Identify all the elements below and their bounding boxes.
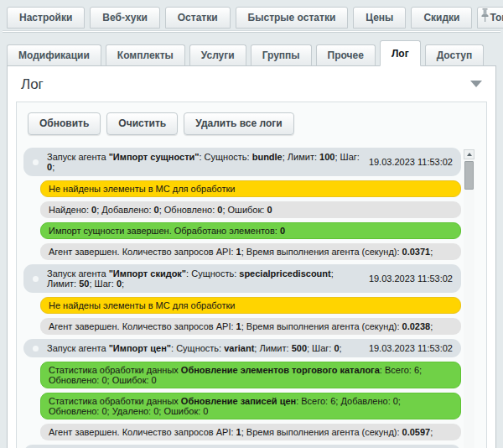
log-row: Запуск агента "Импорт цен": Сущность: va… [23,339,461,357]
log-row: Импорт сущности завершен. Обработано эле… [40,222,461,239]
chevron-up-icon [467,153,472,156]
log-message: Не найдены элементы в МС для обработки [49,184,235,194]
log-row: Агент завершен. Количество запросов API:… [40,424,461,440]
log-row: Не найдены элементы в МС для обработки [40,180,461,197]
section-header: Лог [8,66,495,102]
log-rows: Запуск агента "Импорт сущности": Сущност… [23,148,461,448]
content-panel: Лог ОбновитьОчиститьУдалить все логи Зап… [7,65,496,448]
log-row: Статистика обработки данных Обновление з… [40,393,461,419]
log-message: Статистика обработки данных Обновление з… [49,396,401,416]
log-message: Агент завершен. Количество запросов API:… [49,427,433,437]
log-list: Запуск агента "Импорт сущности": Сущност… [23,148,480,448]
log-timestamp: 19.03.2023 11:53:02 [369,343,453,353]
primary-tab-4[interactable]: Быстрые остатки [236,7,349,29]
secondary-tab-7[interactable]: Доступ [425,44,485,66]
delete-all-logs-button[interactable]: Удалить все логи [184,112,294,135]
log-timestamp: 19.03.2023 11:53:02 [369,273,453,284]
log-row: Запуск агента "Импорт цен": Сущность: pr… [23,445,461,448]
primary-tab-6[interactable]: Скидки [411,7,472,29]
collapse-section-button[interactable] [470,81,482,87]
clear-button[interactable]: Очистить [106,112,178,135]
bullet-icon [33,276,39,282]
log-timestamp: 19.03.2023 11:53:02 [369,157,453,167]
log-message: Импорт сущности завершен. Обработано эле… [49,226,285,236]
primary-tabs: НастройкиВеб-хукиОстаткиБыстрые остаткиЦ… [0,0,503,29]
section-title: Лог [21,76,44,92]
bullet-icon [33,159,39,165]
secondary-tab-6[interactable]: Лог [380,40,421,66]
log-message: Агент завершен. Количество запросов API:… [49,321,433,331]
chevron-down-icon [470,81,482,87]
log-message: Запуск агента "Импорт сущности": Сущност… [47,152,360,172]
primary-tab-2[interactable]: Веб-хуки [90,7,159,29]
secondary-tab-1[interactable]: Модификации [7,44,101,66]
log-message: Статистика обработки данных Обновление э… [49,365,422,385]
scroll-up-button[interactable] [464,149,474,159]
log-toolbar: ОбновитьОчиститьУдалить все логи [23,109,480,140]
log-scrollbar[interactable] [464,149,474,448]
log-message: Не найдены элементы в МС для обработки [49,300,235,310]
log-row: Агент завершен. Количество запросов API:… [40,243,461,260]
log-message: Найдено: 0; Добавлено: 0; Обновлено: 0; … [49,205,272,215]
bullet-icon [33,346,39,352]
log-row: Не найдены элементы в МС для обработки [40,297,461,314]
primary-tab-3[interactable]: Остатки [165,7,231,29]
log-message: Запуск агента "Импорт скидок": Сущность:… [47,268,360,289]
secondary-tab-3[interactable]: Услуги [189,44,246,66]
log-message: Агент завершен. Количество запросов API:… [49,247,433,257]
primary-tab-1[interactable]: Настройки [7,7,85,29]
primary-tab-5[interactable]: Цены [353,7,406,29]
log-form: ОбновитьОчиститьУдалить все логи Запуск … [16,102,487,448]
log-message: Запуск агента "Импорт цен": Сущность: va… [47,343,360,353]
refresh-button[interactable]: Обновить [28,112,101,135]
secondary-tab-2[interactable]: Комплекты [106,44,185,66]
log-row: Статистика обработки данных Обновление э… [40,362,461,388]
log-row: Агент завершен. Количество запросов API:… [40,318,461,335]
log-row: Запуск агента "Импорт сущности": Сущност… [23,148,461,176]
log-row: Найдено: 0; Добавлено: 0; Обновлено: 0; … [40,201,461,218]
scrollbar-thumb[interactable] [464,161,474,190]
pin-icon[interactable] [480,8,490,23]
log-row: Запуск агента "Импорт скидок": Сущность:… [23,264,461,293]
secondary-tabs: МодификацииКомплектыУслугиГруппыПрочееЛо… [0,33,503,66]
secondary-tab-5[interactable]: Прочее [316,44,376,66]
secondary-tab-4[interactable]: Группы [251,44,312,66]
